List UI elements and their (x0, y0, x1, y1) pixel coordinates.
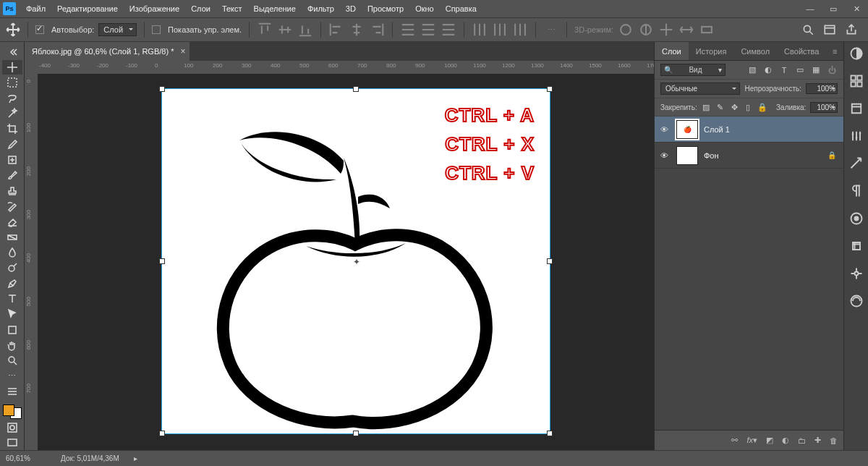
hand-tool[interactable] (2, 338, 22, 352)
color-swatches[interactable] (3, 404, 22, 420)
distribute-top-icon[interactable] (400, 22, 416, 38)
align-left-icon[interactable] (328, 22, 344, 38)
layer-mask-icon[interactable]: ◩ (766, 436, 773, 445)
transform-handle-sw[interactable] (159, 431, 165, 436)
transform-bounding-box[interactable] (161, 88, 550, 434)
channels-panel-icon[interactable] (849, 294, 864, 308)
eyedropper-tool[interactable] (2, 137, 22, 151)
layer-row[interactable]: 👁 Фон 🔒 (655, 143, 843, 169)
link-layers-icon[interactable]: ⚯ (731, 436, 738, 445)
tools-more-icon[interactable]: ⋯ (2, 369, 22, 383)
lock-position-icon[interactable]: ✥ (729, 101, 739, 113)
menu-3d[interactable]: 3D (340, 0, 362, 17)
window-maximize-button[interactable]: ▭ (822, 0, 845, 17)
distribute-right-icon[interactable] (512, 22, 528, 38)
auto-select-target-dropdown[interactable]: Слой (98, 23, 137, 36)
window-minimize-button[interactable]: ― (799, 0, 822, 17)
lock-paint-icon[interactable]: ✎ (715, 101, 725, 113)
mode3d-roll-icon[interactable] (638, 22, 654, 38)
screenmode-tool[interactable] (2, 436, 22, 450)
mode3d-zoom-icon[interactable] (699, 22, 715, 38)
layer-name[interactable]: Слой 1 (704, 125, 838, 134)
menu-filter[interactable]: Фильтр (302, 0, 340, 17)
marquee-tool[interactable] (2, 76, 22, 90)
blur-tool[interactable] (2, 245, 22, 259)
distribute-bottom-icon[interactable] (441, 22, 456, 38)
lock-all-icon[interactable]: 🔒 (757, 101, 767, 113)
layer-visibility-icon[interactable]: 👁 (660, 151, 671, 160)
type-tool[interactable] (2, 292, 22, 305)
lock-artboard-icon[interactable]: ▯ (744, 101, 753, 113)
quickmask-tool[interactable] (2, 420, 22, 434)
history-brush-tool[interactable] (2, 199, 22, 213)
document-tab[interactable]: Яблоко.jpg @ 60,6% (Слой 1, RGB/8) * × (25, 42, 190, 61)
workspace-icon[interactable] (823, 23, 836, 36)
distribute-hcenter-icon[interactable] (492, 22, 508, 38)
opacity-input[interactable]: 100% (806, 83, 838, 94)
mode3d-orbit-icon[interactable] (618, 22, 634, 38)
show-transform-checkbox[interactable] (152, 25, 161, 34)
paragraph-panel-icon[interactable] (849, 184, 864, 198)
tab-properties[interactable]: Свойства (777, 42, 826, 60)
crop-tool[interactable] (2, 122, 22, 136)
panel-menu-icon[interactable]: ≡ (826, 42, 843, 60)
menu-help[interactable]: Справка (440, 0, 482, 17)
new-group-icon[interactable]: 🗀 (798, 436, 806, 445)
move-tool[interactable] (2, 60, 22, 74)
filter-pixel-icon[interactable]: ▧ (746, 64, 758, 76)
align-hcenter-icon[interactable] (349, 22, 365, 38)
more-align-icon[interactable]: ⋯ (543, 22, 559, 38)
doc-size-label[interactable]: Док: 5,01M/4,36M (61, 454, 119, 462)
navigator-panel-icon[interactable] (849, 266, 864, 281)
filter-toggle-icon[interactable]: ⏻ (826, 64, 838, 76)
canvas-viewport[interactable]: CTRL + A CTRL + X CTRL + V (38, 74, 654, 450)
layer-thumbnail[interactable] (676, 146, 698, 165)
lock-transparency-icon[interactable]: ▨ (702, 101, 711, 113)
distribute-left-icon[interactable] (472, 22, 488, 38)
shape-tool[interactable] (2, 323, 22, 336)
color-panel-icon[interactable] (849, 46, 864, 61)
swatches-panel-icon[interactable] (849, 74, 864, 88)
stamp-tool[interactable] (2, 184, 22, 198)
filter-adjust-icon[interactable]: ◐ (762, 64, 774, 76)
close-icon[interactable]: × (180, 46, 185, 56)
brush-tool[interactable] (2, 169, 22, 182)
mode3d-pan-icon[interactable] (658, 22, 674, 38)
align-vcenter-icon[interactable] (277, 22, 293, 38)
transform-handle-w[interactable] (159, 258, 165, 264)
auto-select-checkbox[interactable] (35, 25, 44, 34)
tab-layers[interactable]: Слои (655, 42, 689, 60)
zoom-tool[interactable] (2, 354, 22, 368)
edit-toolbar-icon[interactable] (2, 384, 22, 398)
fill-input[interactable]: 100% (810, 102, 838, 113)
dodge-tool[interactable] (2, 261, 22, 275)
path-select-tool[interactable] (2, 308, 22, 321)
zoom-level[interactable]: 60,61% (6, 454, 49, 462)
align-right-icon[interactable] (369, 22, 385, 38)
expand-tools-icon[interactable] (2, 45, 22, 59)
ruler-horizontal[interactable]: -400-300-200-100010020030040050060070080… (38, 61, 654, 74)
ruler-origin[interactable] (25, 61, 38, 74)
menu-layers[interactable]: Слои (185, 0, 216, 17)
menu-edit[interactable]: Редактирование (51, 0, 124, 17)
layer-visibility-icon[interactable]: 👁 (660, 125, 671, 134)
transform-handle-n[interactable] (353, 86, 359, 92)
distribute-vcenter-icon[interactable] (420, 22, 436, 38)
search-icon[interactable] (801, 23, 814, 36)
adjustments-panel-icon[interactable] (849, 129, 864, 143)
styles-panel-icon[interactable] (849, 156, 864, 171)
menu-image[interactable]: Изображение (124, 0, 185, 17)
menu-window[interactable]: Окно (409, 0, 440, 17)
heal-tool[interactable] (2, 153, 22, 166)
menu-file[interactable]: Файл (20, 0, 51, 17)
menu-view[interactable]: Просмотр (362, 0, 409, 17)
lasso-tool[interactable] (2, 91, 22, 105)
libraries-panel-icon[interactable] (849, 101, 864, 116)
ruler-vertical[interactable]: 0100200300400500600700 (25, 74, 38, 450)
delete-layer-icon[interactable]: 🗑 (830, 436, 838, 445)
transform-handle-nw[interactable] (159, 86, 165, 92)
layer-filter-dropdown[interactable]: 🔍Вид▾ (660, 64, 726, 76)
filter-smart-icon[interactable]: ▦ (810, 64, 822, 76)
transform-handle-s[interactable] (353, 431, 359, 436)
layer-thumbnail[interactable]: 🍎 (676, 120, 698, 139)
